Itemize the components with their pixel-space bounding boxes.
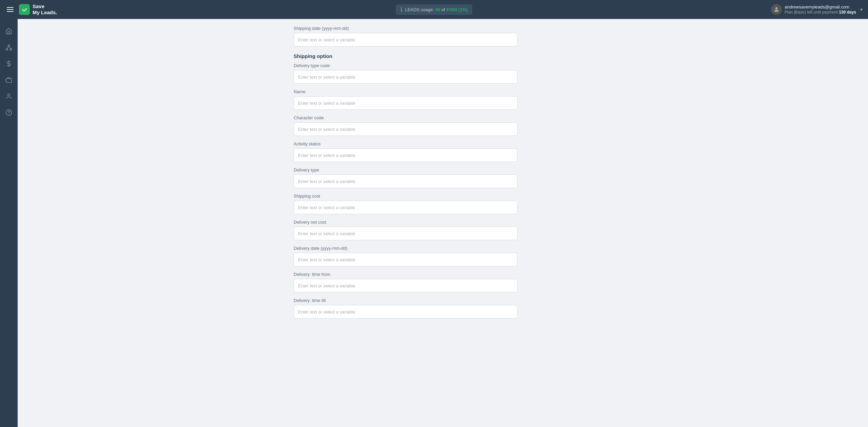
svg-line-4 (7, 46, 9, 49)
svg-point-0 (775, 7, 778, 9)
input-delivery-time-from[interactable] (294, 279, 517, 292)
input-name[interactable] (294, 96, 517, 110)
form-container: Shipping date (yyyy-mm-dd) Shipping opti… (280, 19, 606, 338)
sidebar-item-briefcase[interactable] (2, 73, 16, 87)
field-delivery-type-code: Delivery type code (294, 63, 592, 84)
field-character-code: Character code (294, 115, 592, 136)
main-layout: Shipping date (yyyy-mm-dd) Shipping opti… (0, 19, 868, 427)
leads-usage-badge: ℹ LEADS usage: 45 of 5'000 (1%) (396, 4, 473, 15)
sidebar-item-connections[interactable] (2, 41, 16, 54)
field-shipping-date: Shipping date (yyyy-mm-dd) (294, 26, 592, 46)
label-character-code: Character code (294, 115, 592, 120)
sidebar-item-account[interactable] (2, 89, 16, 103)
user-details: andrewsavemyleads@gmail.com Plan |Basic|… (785, 4, 856, 15)
input-delivery-time-till[interactable] (294, 305, 517, 319)
sidebar (0, 19, 18, 427)
user-info: andrewsavemyleads@gmail.com Plan |Basic|… (771, 4, 856, 15)
field-delivery-date: Delivery date (yyyy-mm-dd) (294, 246, 592, 266)
info-icon: ℹ (400, 6, 402, 13)
input-shipping-cost[interactable] (294, 201, 517, 214)
leads-usage-text: LEADS usage: 45 of 5'000 (1%) (405, 7, 468, 12)
field-delivery-net-cost: Delivery net cost (294, 220, 592, 240)
input-delivery-net-cost[interactable] (294, 227, 517, 240)
label-delivery-type-code: Delivery type code (294, 63, 592, 68)
label-name: Name (294, 89, 592, 94)
sidebar-item-home[interactable] (2, 24, 16, 38)
svg-point-8 (8, 94, 10, 96)
input-delivery-type-code[interactable] (294, 70, 517, 84)
label-delivery-time-till: Delivery: time till (294, 298, 592, 303)
menu-button[interactable] (5, 6, 15, 13)
label-activity-status: Activity status (294, 141, 592, 146)
label-delivery-date: Delivery date (yyyy-mm-dd) (294, 246, 592, 251)
input-shipping-date[interactable] (294, 33, 517, 46)
input-delivery-date[interactable] (294, 253, 517, 266)
field-shipping-cost: Shipping cost (294, 194, 592, 214)
shipping-option-title: Shipping option (294, 53, 592, 59)
sidebar-item-help[interactable] (2, 106, 16, 119)
logo: Save My Leads. (19, 3, 57, 16)
input-activity-status[interactable] (294, 148, 517, 162)
label-delivery-type: Delivery type (294, 167, 592, 172)
logo-icon (19, 4, 30, 15)
main-content: Shipping date (yyyy-mm-dd) Shipping opti… (18, 19, 868, 427)
field-delivery-type: Delivery type (294, 167, 592, 188)
field-delivery-time-from: Delivery: time from (294, 272, 592, 292)
user-plan: Plan |Basic| left until payment 130 days (785, 10, 856, 15)
chevron-down-icon[interactable]: ▾ (860, 7, 863, 12)
label-shipping-date: Shipping date (yyyy-mm-dd) (294, 26, 592, 31)
user-email: andrewsavemyleads@gmail.com (785, 4, 856, 9)
label-shipping-cost: Shipping cost (294, 194, 592, 199)
svg-line-5 (9, 46, 11, 49)
logo-text: Save My Leads. (33, 3, 57, 16)
sidebar-item-billing[interactable] (2, 57, 16, 70)
label-delivery-time-from: Delivery: time from (294, 272, 592, 277)
input-delivery-type[interactable] (294, 175, 517, 188)
input-character-code[interactable] (294, 122, 517, 136)
dynamic-fields: Delivery type codeNameCharacter codeActi… (294, 63, 592, 319)
header: Save My Leads. ℹ LEADS usage: 45 of 5'00… (0, 0, 868, 19)
field-activity-status: Activity status (294, 141, 592, 162)
svg-rect-7 (6, 79, 12, 83)
field-delivery-time-till: Delivery: time till (294, 298, 592, 319)
avatar (771, 4, 782, 15)
label-delivery-net-cost: Delivery net cost (294, 220, 592, 225)
field-name: Name (294, 89, 592, 110)
